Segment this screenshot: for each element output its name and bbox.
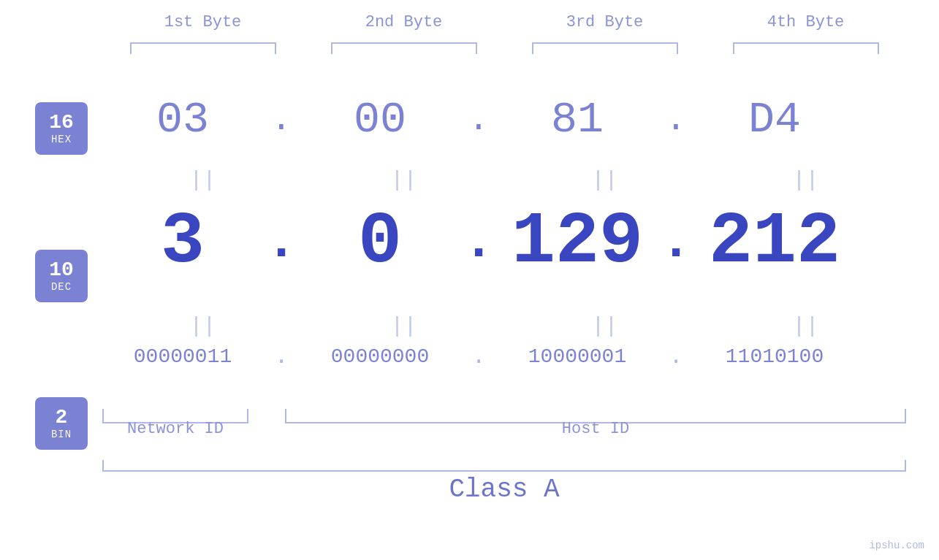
column-headers: 1st Byte 2nd Byte 3rd Byte 4th Byte bbox=[102, 13, 906, 31]
eq-1-3: || bbox=[591, 168, 617, 193]
class-label-area: Class A bbox=[102, 475, 906, 505]
class-label: Class A bbox=[449, 475, 559, 505]
dot-dec-3: . bbox=[658, 212, 694, 272]
hex-value-2: 00 bbox=[354, 95, 406, 145]
dot-bin-3: . bbox=[658, 343, 694, 370]
eq-2-2: || bbox=[390, 314, 417, 339]
id-labels: Network ID Host ID bbox=[102, 420, 906, 438]
hex-badge-number: 16 bbox=[49, 112, 74, 134]
bin-value-1: 00000011 bbox=[134, 345, 232, 368]
bin-val-1: 00000011 bbox=[102, 345, 263, 368]
col-header-2: 2nd Byte bbox=[324, 13, 484, 31]
hex-val-4: D4 bbox=[694, 95, 855, 145]
dot-hex-3: . bbox=[658, 100, 694, 139]
bin-badge-number: 2 bbox=[56, 407, 68, 429]
dot-dec-1: . bbox=[263, 212, 300, 272]
watermark: ipshu.com bbox=[869, 540, 924, 551]
bin-badge-label: BIN bbox=[51, 429, 72, 440]
hex-value-1: 03 bbox=[156, 95, 209, 145]
bin-value-4: 11010100 bbox=[726, 345, 824, 368]
dec-badge-label: DEC bbox=[51, 281, 72, 293]
eq-1-1: || bbox=[189, 168, 216, 193]
network-id-label-container: Network ID bbox=[102, 420, 248, 438]
top-bracket-3 bbox=[532, 42, 678, 54]
class-bracket bbox=[102, 460, 906, 472]
bin-val-2: 00000000 bbox=[300, 345, 460, 368]
eq-2-4: || bbox=[792, 314, 818, 339]
dec-value-2: 0 bbox=[358, 201, 402, 283]
dec-val-2: 0 bbox=[300, 201, 460, 283]
col-header-1: 1st Byte bbox=[123, 13, 284, 31]
eq-2-3: || bbox=[591, 314, 617, 339]
bin-value-2: 00000000 bbox=[331, 345, 429, 368]
bin-val-3: 10000001 bbox=[497, 345, 658, 368]
dec-val-3: 129 bbox=[497, 201, 658, 283]
top-brackets bbox=[102, 42, 906, 54]
dot-hex-1: . bbox=[263, 100, 300, 139]
hex-val-1: 03 bbox=[102, 95, 263, 145]
dec-val-1: 3 bbox=[102, 201, 263, 283]
class-bracket-area bbox=[102, 460, 906, 472]
dec-badge: 10 DEC bbox=[35, 250, 88, 302]
hex-val-2: 00 bbox=[300, 95, 460, 145]
hex-value-3: 81 bbox=[551, 95, 604, 145]
host-id-label: Host ID bbox=[562, 420, 629, 438]
dot-bin-2: . bbox=[460, 343, 497, 370]
col-header-4: 4th Byte bbox=[726, 13, 886, 31]
host-id-label-container: Host ID bbox=[285, 420, 906, 438]
bin-value-3: 10000001 bbox=[528, 345, 626, 368]
equals-row-2: || || || || bbox=[102, 314, 906, 339]
hex-badge-label: HEX bbox=[51, 134, 72, 145]
hex-badge: 16 HEX bbox=[35, 102, 88, 155]
equals-row-1: || || || || bbox=[102, 168, 906, 193]
dot-bin-1: . bbox=[263, 343, 300, 370]
badges-column: 16 HEX 10 DEC 2 BIN bbox=[35, 102, 88, 450]
network-id-label: Network ID bbox=[127, 420, 224, 438]
eq-2-1: || bbox=[189, 314, 216, 339]
dec-value-4: 212 bbox=[709, 201, 840, 283]
top-bracket-2 bbox=[331, 42, 477, 54]
dec-val-4: 212 bbox=[694, 201, 855, 283]
bin-badge: 2 BIN bbox=[35, 397, 88, 450]
eq-1-2: || bbox=[390, 168, 417, 193]
bin-row: 00000011 . 00000000 . 10000001 . 1101010… bbox=[102, 343, 906, 370]
page-container: 16 HEX 10 DEC 2 BIN 1st Byte 2nd Byte 3r… bbox=[0, 0, 939, 560]
dec-badge-number: 10 bbox=[49, 259, 74, 282]
dec-row: 3 . 0 . 129 . 212 bbox=[102, 201, 906, 283]
dot-dec-2: . bbox=[460, 212, 497, 272]
hex-row: 03 . 00 . 81 . D4 bbox=[102, 95, 906, 145]
top-bracket-4 bbox=[733, 42, 879, 54]
dec-value-3: 129 bbox=[512, 201, 643, 283]
top-bracket-1 bbox=[130, 42, 276, 54]
bin-val-4: 11010100 bbox=[694, 345, 855, 368]
hex-val-3: 81 bbox=[497, 95, 658, 145]
col-header-3: 3rd Byte bbox=[525, 13, 685, 31]
eq-1-4: || bbox=[792, 168, 818, 193]
dot-hex-2: . bbox=[460, 100, 497, 139]
hex-value-4: D4 bbox=[748, 95, 801, 145]
watermark-text: ipshu.com bbox=[869, 540, 924, 551]
dec-value-1: 3 bbox=[161, 201, 205, 283]
